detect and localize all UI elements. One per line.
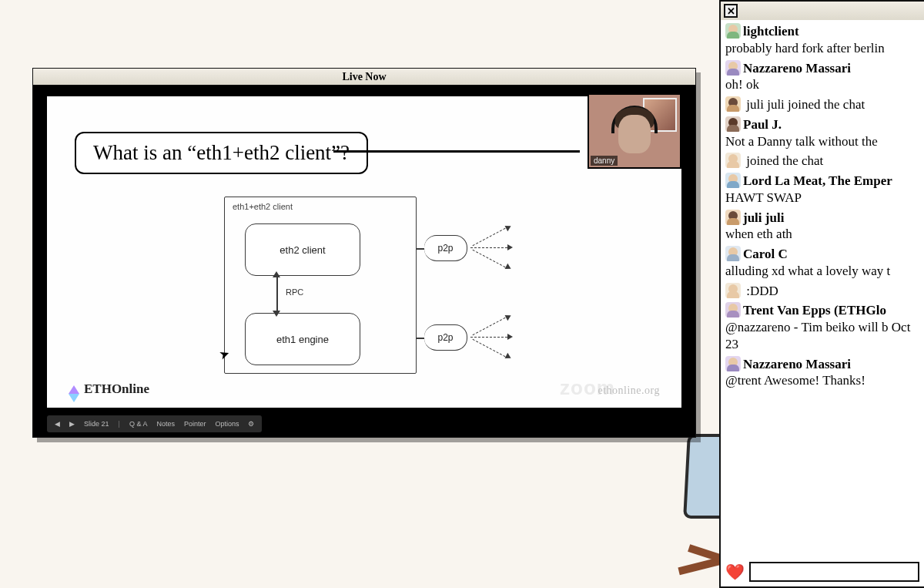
chat-username: Carol C — [743, 247, 788, 261]
diagram-rpc-arrow-up — [273, 271, 280, 277]
chat-username: lightclient — [743, 24, 799, 39]
video-window-title: Live Now — [33, 69, 695, 86]
diagram-box-eth1: eth1 engine — [245, 313, 360, 365]
diagram-p2p-top: p2p — [424, 235, 467, 261]
avatar — [725, 60, 741, 76]
avatar — [725, 246, 741, 261]
diagram-label: eth1+eth2 client — [233, 202, 293, 211]
presenter-webcam: danny — [588, 93, 681, 169]
toolbar-notes[interactable]: Notes — [156, 420, 175, 428]
chat-window: ✕ lightclientprobably hard fork after be… — [719, 0, 924, 588]
brand-logo: ETHOnline — [69, 381, 149, 397]
chat-text: @nazzareno - Tim beiko will b Oct 23 — [725, 320, 910, 351]
diagram-dash-line — [473, 250, 506, 267]
diagram-box-eth2: eth2 client — [245, 223, 360, 276]
avatar — [725, 96, 741, 112]
chat-text: Not a Danny talk without the — [725, 134, 878, 149]
diagram-dash-arrow — [505, 313, 513, 321]
toolbar-pointer[interactable]: Pointer — [184, 420, 206, 428]
chat-username: Paul J. — [743, 117, 782, 132]
ethereum-icon — [69, 385, 79, 394]
diagram-dash-arrow — [507, 244, 513, 250]
diagram-dash-line — [470, 247, 507, 248]
diagram-dash-arrow — [505, 264, 513, 271]
play-button[interactable]: ▶ — [69, 420, 75, 428]
toolbar-qna[interactable]: Q & A — [129, 420, 148, 428]
diagram-dash-arrow — [507, 334, 513, 340]
avatar — [725, 302, 741, 318]
chat-message: Lord La Meat, The EmperHAWT SWAP — [725, 173, 919, 207]
diagram-dash-arrow — [505, 353, 513, 361]
title-connector-line — [333, 150, 580, 153]
diagram-dash-line — [470, 337, 507, 338]
chat-message: Carol Calluding xd what a lovely way t — [725, 246, 919, 280]
brand-text: ETHOnline — [84, 381, 149, 397]
diagram-rpc-line — [276, 275, 278, 312]
presenter-name-tag: danny — [591, 156, 618, 166]
diagram-dash-line — [473, 339, 506, 357]
slide-title: What is an “eth1+eth2 client”? — [75, 132, 368, 174]
diagram-rpc-arrow-down — [273, 311, 280, 317]
avatar — [725, 283, 741, 298]
chat-text: probably hard fork after berlin — [725, 41, 885, 55]
chat-text: :DDD — [743, 284, 778, 298]
avatar — [725, 173, 741, 188]
chat-text: joined the chat — [743, 153, 823, 168]
chat-message: Paul J.Not a Danny talk without the — [725, 116, 919, 150]
diagram-p2p-bot: p2p — [424, 324, 467, 351]
avatar — [725, 356, 741, 371]
zoom-watermark: zoom — [560, 376, 615, 400]
chat-text: juli juli joined the chat — [743, 97, 865, 112]
chat-username: Nazzareno Massari — [743, 61, 851, 76]
chat-titlebar: ✕ — [721, 2, 924, 20]
chat-input-row: ❤️ — [721, 559, 924, 586]
chat-message: lightclientprobably hard fork after berl… — [725, 23, 919, 57]
video-window: Live Now What is an “eth1+eth2 client”? … — [32, 68, 696, 438]
presenter-toolbar[interactable]: ◀ ▶ Slide 21 | Q & A Notes Pointer Optio… — [47, 415, 262, 432]
diagram-dash-line — [473, 228, 506, 246]
chat-text: @trent Awesome! Thanks! — [725, 373, 865, 388]
video-body: What is an “eth1+eth2 client”? eth1+eth2… — [33, 86, 695, 437]
chat-message: :DDD — [725, 283, 919, 300]
avatar — [725, 116, 741, 132]
avatar — [725, 210, 741, 225]
chat-message: Nazzareno Massarioh! ok — [725, 60, 919, 94]
chat-message: joined the chat — [725, 153, 919, 170]
chat-message-list[interactable]: lightclientprobably hard fork after berl… — [721, 20, 924, 559]
heart-icon[interactable]: ❤️ — [725, 564, 745, 580]
gear-icon[interactable]: ⚙ — [248, 420, 254, 428]
toolbar-options[interactable]: Options — [215, 420, 239, 428]
diagram-dash-arrow — [505, 223, 513, 231]
prev-slide-button[interactable]: ◀ — [55, 420, 60, 428]
chat-text: alluding xd what a lovely way t — [725, 264, 890, 278]
chat-text: when eth ath — [725, 227, 792, 241]
avatar — [725, 23, 741, 39]
diagram-dash-line — [473, 318, 506, 335]
avatar — [725, 153, 741, 168]
chat-input[interactable] — [749, 562, 919, 582]
slide-counter: Slide 21 — [84, 420, 109, 428]
chat-message: Trent Van Epps (ETHGlo@nazzareno - Tim b… — [725, 302, 919, 352]
chat-username: Trent Van Epps (ETHGlo — [743, 303, 886, 318]
diagram-rpc-label: RPC — [286, 287, 303, 297]
chat-message: Nazzareno Massari@trent Awesome! Thanks! — [725, 356, 919, 390]
diagram-container: eth1+eth2 client eth2 client eth1 engine — [224, 197, 417, 374]
chat-message: juli juliwhen eth ath — [725, 210, 919, 244]
close-button[interactable]: ✕ — [724, 4, 738, 18]
chat-username: Lord La Meat, The Emper — [743, 173, 892, 188]
chat-username: juli juli — [743, 210, 784, 225]
chat-text: HAWT SWAP — [725, 190, 802, 205]
chat-text: oh! ok — [725, 77, 759, 92]
chat-username: Nazzareno Massari — [743, 357, 851, 371]
chat-message: juli juli joined the chat — [725, 96, 919, 113]
